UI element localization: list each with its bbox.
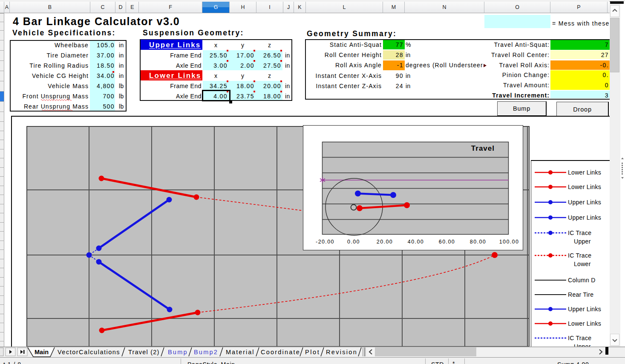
svg-text:Coordinate: Coordinate <box>261 349 300 355</box>
svg-text:Travel (2): Travel (2) <box>128 349 160 355</box>
svg-text:Bump2: Bump2 <box>194 349 218 355</box>
svg-text:Plot: Plot <box>305 349 320 355</box>
svg-text:Revision: Revision <box>326 349 357 355</box>
svg-text:Material: Material <box>226 349 255 355</box>
svg-text:Main: Main <box>35 349 49 355</box>
svg-text:VectorCalculations: VectorCalculations <box>58 349 120 355</box>
svg-text:Bump: Bump <box>168 349 188 355</box>
